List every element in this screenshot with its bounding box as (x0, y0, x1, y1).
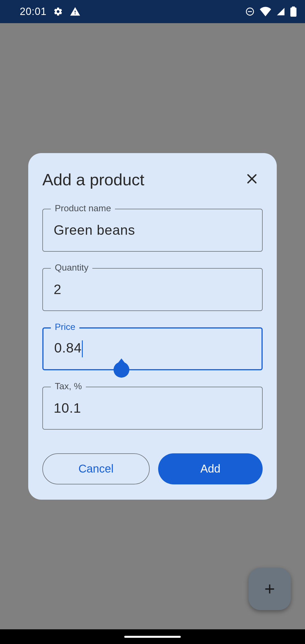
quantity-value: 2 (54, 282, 251, 297)
product-name-field[interactable]: Green beans (42, 209, 263, 252)
quantity-field[interactable]: 2 (42, 268, 263, 311)
tax-field[interactable]: 10.1 (42, 387, 263, 430)
add-button[interactable]: Add (158, 453, 263, 484)
product-name-value: Green beans (54, 222, 251, 238)
tax-label: Tax, % (51, 381, 86, 391)
navigation-bar (0, 629, 305, 644)
price-field[interactable]: 0.84 (42, 327, 263, 370)
quantity-field-group: Quantity 2 (42, 268, 263, 311)
price-field-group: Price 0.84 (42, 327, 263, 370)
close-icon (245, 172, 259, 187)
quantity-label: Quantity (51, 262, 92, 273)
price-label: Price (51, 322, 79, 332)
tax-field-group: Tax, % 10.1 (42, 387, 263, 430)
home-indicator[interactable] (124, 636, 181, 638)
status-left-group: 20:01 (8, 6, 80, 18)
signal-icon (276, 7, 285, 16)
wifi-icon (260, 7, 271, 16)
price-value: 0.84 (54, 340, 251, 357)
cancel-button[interactable]: Cancel (42, 453, 150, 484)
tax-value: 10.1 (54, 400, 251, 416)
status-time: 20:01 (20, 6, 47, 18)
cancel-button-label: Cancel (79, 462, 114, 475)
add-button-label: Add (200, 462, 220, 475)
warning-icon (70, 6, 80, 17)
close-button[interactable] (244, 171, 260, 187)
status-right-group (245, 6, 297, 17)
modal-overlay: Add a product Product name Green beans Q… (0, 23, 305, 629)
dialog-title: Add a product (42, 170, 144, 189)
add-product-dialog: Add a product Product name Green beans Q… (28, 153, 277, 500)
svg-rect-3 (292, 6, 295, 8)
screen: 20:01 + (0, 0, 305, 644)
text-handle-icon[interactable] (114, 362, 129, 378)
status-bar: 20:01 (0, 0, 305, 23)
gear-icon (53, 7, 63, 16)
text-cursor (82, 340, 83, 357)
product-name-field-group: Product name Green beans (42, 209, 263, 252)
dialog-actions: Cancel Add (42, 453, 263, 484)
svg-rect-2 (290, 8, 297, 17)
battery-icon (290, 6, 297, 17)
dnd-icon (245, 7, 255, 16)
product-name-label: Product name (51, 203, 115, 214)
dialog-header: Add a product (42, 170, 263, 189)
